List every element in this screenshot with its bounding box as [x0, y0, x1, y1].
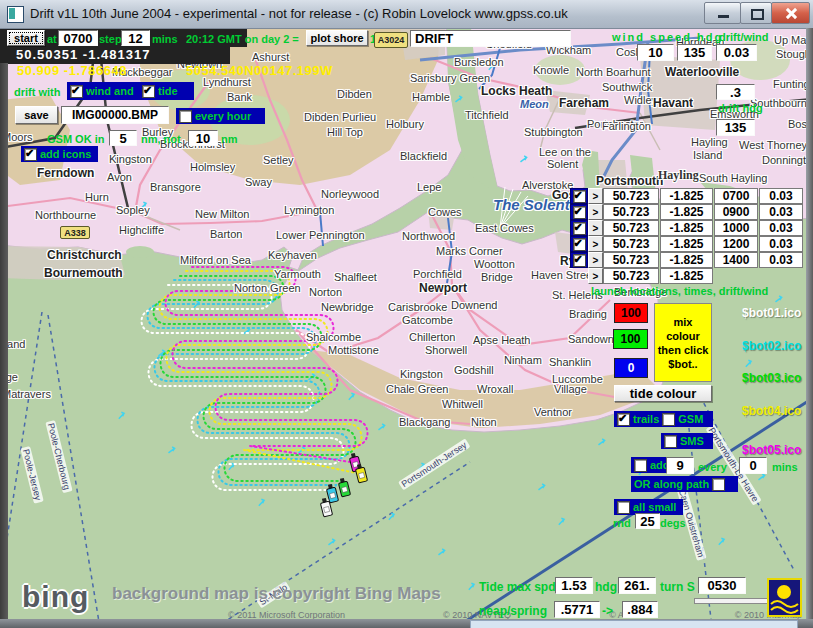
tide-colour-button[interactable]: tide colour [614, 385, 712, 402]
close-button[interactable] [771, 2, 810, 24]
sms-label: SMS [680, 435, 704, 447]
start-time-input[interactable]: 0700 [58, 30, 98, 46]
drift-wind2-input[interactable]: .3 [716, 84, 755, 100]
launch-row-lat[interactable]: 50.723 [603, 236, 659, 252]
start-button[interactable]: start [7, 30, 45, 46]
launch-row-goto-button[interactable]: > [588, 220, 603, 236]
step-input[interactable]: 12 [121, 30, 150, 46]
drift-hdg-input[interactable]: 135 [716, 119, 755, 136]
trails-gsm-option[interactable]: trails GSM [614, 411, 713, 427]
gsm-nm-input[interactable]: 5 [109, 130, 137, 146]
launch-row-goto-button[interactable]: > [588, 204, 603, 220]
launch-row-lon[interactable]: -1.825 [660, 268, 713, 284]
launch-row-checkbox-cell[interactable] [570, 252, 588, 268]
spring-input[interactable]: .884 [622, 601, 658, 618]
tide-hdg-input[interactable]: 261. [618, 577, 656, 594]
launch-row-lat[interactable]: 50.723 [603, 188, 659, 204]
gsm-checkbox[interactable] [662, 413, 675, 426]
launch-row-lon[interactable]: -1.825 [660, 252, 713, 268]
launch-row-time[interactable]: 0900 [714, 204, 758, 220]
launch-row-lat[interactable]: 50.723 [603, 268, 659, 284]
drift-name-input[interactable]: DRIFT [410, 30, 571, 47]
sms-checkbox[interactable] [664, 435, 677, 448]
trails-checkbox[interactable] [617, 413, 630, 426]
wind-hdg-input[interactable]: 135 [677, 44, 712, 61]
bot-icon-label[interactable]: $bot03.ico [742, 371, 801, 385]
filename-input[interactable]: IMG00000.BMP [61, 106, 169, 124]
rnd-label: rnd [613, 517, 631, 529]
launch-row-time[interactable]: 1200 [714, 236, 758, 252]
red-value-box[interactable]: 100 [614, 303, 648, 323]
nm-label: nm [221, 133, 238, 145]
at-label: at [47, 33, 57, 45]
or-along-path-option[interactable]: OR along path [631, 476, 738, 492]
bot-icon-label[interactable]: $bot01.ico [742, 306, 801, 320]
launch-row-goto-button[interactable]: > [588, 268, 603, 284]
launch-row-lon[interactable]: -1.825 [660, 236, 713, 252]
launch-row-checkbox[interactable] [573, 238, 586, 251]
drift-with-label: drift with [14, 86, 60, 98]
gps-coords-yellow: 5054.540N00147.199W [186, 63, 333, 78]
wind-checkbox[interactable] [70, 85, 83, 98]
launch-row-checkbox-cell[interactable] [570, 204, 588, 220]
tide-slider[interactable] [694, 598, 770, 604]
launch-row-time[interactable]: 1400 [714, 252, 758, 268]
not-nm-input[interactable]: 10 [188, 130, 218, 146]
launch-row-lat[interactable]: 50.723 [603, 220, 659, 236]
launch-row-checkbox[interactable] [573, 190, 586, 203]
tide-option[interactable]: tide [139, 82, 194, 100]
plot-shore-button[interactable]: plot shore [306, 30, 368, 46]
launch-row-goto-button[interactable]: > [588, 236, 603, 252]
launch-row-driftwind[interactable]: 0.03 [759, 220, 803, 236]
launch-row-lon[interactable]: -1.825 [660, 204, 713, 220]
launch-row-driftwind[interactable]: 0.03 [759, 204, 803, 220]
add-checkbox[interactable] [634, 459, 647, 472]
launch-row-checkbox-cell[interactable] [570, 188, 588, 204]
wind-speed-input[interactable]: 10 [637, 44, 674, 61]
drift-wind-input[interactable]: 0.03 [716, 44, 757, 61]
launch-row-lat[interactable]: 50.723 [603, 252, 659, 268]
launch-row-goto-button[interactable]: > [588, 252, 603, 268]
bot-icon-label[interactable]: $bot02.ico [742, 339, 801, 353]
along-path-checkbox[interactable] [712, 478, 725, 491]
neap-input[interactable]: .5771 [554, 601, 600, 618]
launch-row-time[interactable]: 1000 [714, 220, 758, 236]
launch-row-checkbox[interactable] [573, 254, 586, 267]
launch-row-time[interactable]: 0700 [714, 188, 758, 204]
launch-row-checkbox-cell[interactable] [570, 236, 588, 252]
green-value-box[interactable]: 100 [613, 329, 648, 349]
add-icons-option[interactable]: add icons [21, 146, 98, 162]
launch-row-checkbox-cell[interactable] [570, 220, 588, 236]
bot-icon-label[interactable]: $bot04.ico [742, 404, 801, 418]
launch-row-driftwind[interactable]: 0.03 [759, 252, 803, 268]
sms-option[interactable]: SMS [661, 433, 713, 449]
every-mins-input[interactable]: 0 [739, 457, 767, 474]
add-count-input[interactable]: 9 [666, 457, 694, 474]
add-icons-checkbox[interactable] [24, 148, 37, 161]
tide-checkbox[interactable] [142, 85, 155, 98]
horizontal-scrollbar[interactable] [470, 620, 798, 628]
blue-value-box[interactable]: 0 [614, 358, 648, 378]
launch-row-checkbox[interactable] [573, 222, 586, 235]
launch-row-lon[interactable]: -1.825 [660, 220, 713, 236]
launch-row-lon[interactable]: -1.825 [660, 188, 713, 204]
every-hour-option[interactable]: every hour [176, 108, 265, 124]
tide-spd-input[interactable]: 1.53 [555, 577, 593, 594]
launch-row-goto-button[interactable]: > [588, 188, 603, 204]
launch-row-driftwind[interactable]: 0.03 [759, 236, 803, 252]
title-bar[interactable]: Drift v1L 10th June 2004 - experimental … [0, 0, 813, 29]
minimize-button[interactable] [704, 2, 741, 24]
launch-row-checkbox[interactable] [573, 206, 586, 219]
launch-row-driftwind[interactable]: 0.03 [759, 188, 803, 204]
every-hour-checkbox[interactable] [179, 110, 192, 123]
sun-tide-icon[interactable] [767, 578, 802, 617]
wind-and-option[interactable]: wind and [67, 82, 142, 100]
maximize-button[interactable] [740, 2, 772, 24]
turn-time-input[interactable]: 0530 [698, 577, 746, 594]
launch-row-lat[interactable]: 50.723 [603, 204, 659, 220]
rnd-degs-input[interactable]: 25 [635, 513, 660, 529]
add-option[interactable]: add [631, 457, 668, 473]
save-button[interactable]: save [15, 106, 58, 124]
all-small-checkbox[interactable] [617, 501, 630, 514]
bot-icon-label[interactable]: $bot05.ico [742, 443, 801, 457]
